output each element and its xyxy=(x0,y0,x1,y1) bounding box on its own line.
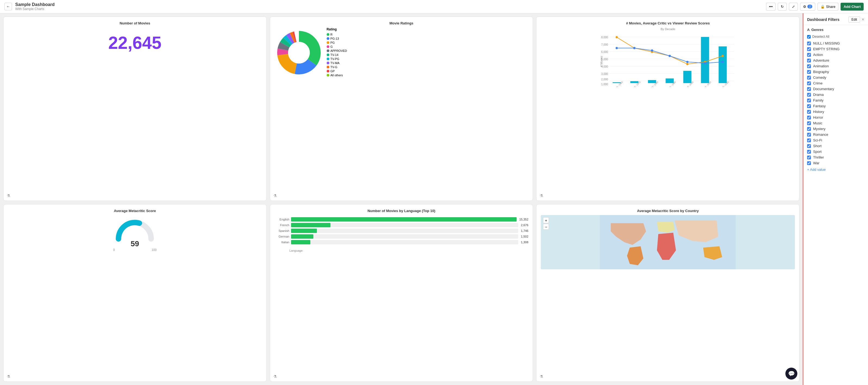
legend-others: All others xyxy=(327,74,347,77)
filter-item-empty-string[interactable]: EMPTY STRING xyxy=(807,46,864,52)
filter-item-history[interactable]: History xyxy=(807,109,864,114)
svg-point-39 xyxy=(722,55,724,57)
filter-edit-button[interactable]: Edit xyxy=(848,16,860,23)
dashboard-subtitle: With Sample Charts xyxy=(15,7,763,11)
filter-checkbox-12[interactable] xyxy=(807,110,811,114)
legend-gp: GP xyxy=(327,70,347,73)
filter-item-romance[interactable]: Romance xyxy=(807,132,864,137)
svg-text:3,000: 3,000 xyxy=(601,72,608,75)
filter-item-null-/-missing[interactable]: NULL / MISSING xyxy=(807,40,864,46)
svg-text:# Movies: # Movies xyxy=(600,56,603,67)
svg-rect-30 xyxy=(683,71,692,83)
filter-item-music[interactable]: Music xyxy=(807,120,864,126)
filter-item-fantasy[interactable]: Fantasy xyxy=(807,103,864,109)
zoom-out-button[interactable]: − xyxy=(543,224,549,230)
filter-checkbox-0[interactable] xyxy=(807,41,811,45)
deselect-all-button[interactable]: Deselect All xyxy=(807,34,864,39)
filter-item-crime[interactable]: Crime xyxy=(807,80,864,86)
filter-checkbox-11[interactable] xyxy=(807,104,811,108)
title-block: Sample Dashboard With Sample Charts xyxy=(15,2,763,11)
donut-chart-container: Rating R PG-13 PG G APPROVED TV-14 TV-PG… xyxy=(275,27,529,78)
gauge-min: 0 xyxy=(113,248,115,251)
deselect-all-checkbox[interactable] xyxy=(807,35,811,39)
back-button[interactable]: ← xyxy=(4,3,12,10)
filter-checkbox-9[interactable] xyxy=(807,93,811,97)
filter-item-adventure[interactable]: Adventure xyxy=(807,58,864,63)
filter-checkbox-20[interactable] xyxy=(807,155,811,160)
filter-item-war[interactable]: War xyxy=(807,160,864,166)
ratings-filter-icon[interactable]: ⚗ xyxy=(273,194,277,198)
avg-metacritic-title: Average Metacritic Score xyxy=(8,209,262,213)
filter-item-short[interactable]: Short xyxy=(807,143,864,149)
filter-checkbox-16[interactable] xyxy=(807,133,811,137)
filter-items-list: NULL / MISSINGEMPTY STRINGActionAdventur… xyxy=(807,40,864,166)
filter-item-comedy[interactable]: Comedy xyxy=(807,75,864,80)
filter-item-biography[interactable]: Biography xyxy=(807,69,864,75)
filter-item-mystery[interactable]: Mystery xyxy=(807,126,864,132)
filter-checkbox-21[interactable] xyxy=(807,161,811,165)
language-filter-icon[interactable]: ⚗ xyxy=(273,375,277,379)
decade-filter-icon[interactable]: ⚗ xyxy=(540,194,543,198)
bar-outer-spanish xyxy=(291,229,518,233)
filter-item-sci-fi[interactable]: Sci-Fi xyxy=(807,137,864,143)
svg-rect-31 xyxy=(701,37,709,83)
filter-item-drama[interactable]: Drama xyxy=(807,92,864,98)
filter-checkbox-19[interactable] xyxy=(807,150,811,154)
filter-item-family[interactable]: Family xyxy=(807,98,864,103)
filter-checkbox-4[interactable] xyxy=(807,64,811,68)
map-placeholder: + − xyxy=(541,215,795,269)
more-button[interactable]: ••• xyxy=(766,3,776,10)
svg-rect-32 xyxy=(719,46,727,83)
filter-header-actions: Edit × xyxy=(848,16,864,23)
header-actions: ••• ↻ ⤢ ⚙ 2 🔒 Share Add Chart xyxy=(766,3,864,10)
refresh-button[interactable]: ↻ xyxy=(778,3,787,10)
filter-section-genres: A Genres Deselect All NULL / MISSINGEMPT… xyxy=(803,25,868,176)
filter-checkbox-13[interactable] xyxy=(807,116,811,119)
add-value-button[interactable]: + Add value xyxy=(807,166,864,173)
filter-checkbox-10[interactable] xyxy=(807,99,811,102)
share-button[interactable]: 🔒 Share xyxy=(817,3,838,10)
filter-item-animation[interactable]: Animation xyxy=(807,63,864,69)
filter-checkbox-3[interactable] xyxy=(807,59,811,63)
expand-button[interactable]: ⤢ xyxy=(789,3,798,10)
filter-checkbox-14[interactable] xyxy=(807,121,811,125)
combo-chart: 8,000 7,000 6,000 5,000 4,000 3,000 2,00… xyxy=(541,33,795,87)
add-chart-button[interactable]: Add Chart xyxy=(841,3,864,10)
svg-point-46 xyxy=(722,61,724,63)
filter-checkbox-2[interactable] xyxy=(807,53,811,57)
filter-checkbox-15[interactable] xyxy=(807,127,811,131)
filter-item-action[interactable]: Action xyxy=(807,52,864,58)
map-filter-icon[interactable]: ⚗ xyxy=(540,375,543,379)
filter-checkbox-5[interactable] xyxy=(807,70,811,74)
filter-close-button[interactable]: × xyxy=(862,16,864,23)
svg-text:2,000: 2,000 xyxy=(601,78,608,81)
filter-item-horror[interactable]: Horror xyxy=(807,114,864,120)
bar-row-german: German 1,502 xyxy=(275,234,529,239)
filter-checkbox-6[interactable] xyxy=(807,76,811,79)
filter-header: Dashboard Filters Edit × xyxy=(803,13,868,25)
filter-checkbox-8[interactable] xyxy=(807,87,811,91)
chat-bubble-button[interactable]: 💬 xyxy=(785,368,797,380)
svg-point-42 xyxy=(651,49,653,51)
filter-panel: Dashboard Filters Edit × A Genres Desele… xyxy=(803,13,868,385)
filter-item-thriller[interactable]: Thriller xyxy=(807,154,864,160)
gauge-value: 59 xyxy=(131,240,139,248)
filter-button[interactable]: ⚙ 2 xyxy=(800,3,815,10)
bar-row-spanish: Spanish 1,746 xyxy=(275,229,529,233)
donut-legend: Rating R PG-13 PG G APPROVED TV-14 TV-PG… xyxy=(327,27,347,78)
filter-checkbox-17[interactable] xyxy=(807,138,811,142)
metacritic-filter-icon[interactable]: ⚗ xyxy=(7,375,10,379)
filter-checkbox-1[interactable] xyxy=(807,47,811,51)
gauge-chart xyxy=(113,217,157,242)
language-y-label: Language xyxy=(275,249,529,252)
bar-row-english: English 15,352 xyxy=(275,217,529,221)
filter-item-documentary[interactable]: Documentary xyxy=(807,86,864,92)
zoom-in-button[interactable]: + xyxy=(543,217,549,223)
filter-panel-title: Dashboard Filters xyxy=(807,18,839,22)
filter-checkbox-7[interactable] xyxy=(807,81,811,85)
bar-outer-english xyxy=(291,217,517,221)
filter-item-sport[interactable]: Sport xyxy=(807,149,864,154)
num-movies-filter-icon[interactable]: ⚗ xyxy=(7,194,10,198)
svg-text:1950 - 1960: 1950 - 1960 xyxy=(614,81,624,87)
filter-checkbox-18[interactable] xyxy=(807,144,811,148)
